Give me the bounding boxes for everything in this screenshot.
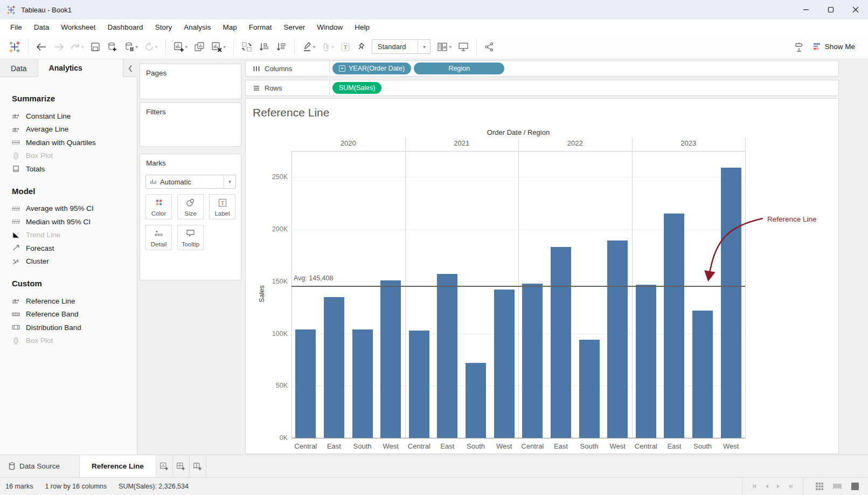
- year-header-2023[interactable]: 2023: [680, 139, 696, 147]
- close-button[interactable]: [843, 0, 868, 19]
- sheet-title[interactable]: Reference Line: [253, 106, 329, 119]
- menu-item-analysis[interactable]: Analysis: [178, 21, 217, 33]
- analytics-item-totals[interactable]: Totals: [12, 162, 137, 176]
- region-header-east[interactable]: East: [667, 442, 681, 450]
- bar-2023-west[interactable]: [721, 168, 741, 438]
- bar-2022-west[interactable]: [607, 240, 628, 438]
- bar-2021-east[interactable]: [437, 274, 457, 438]
- region-header-south[interactable]: South: [693, 442, 712, 450]
- minimize-button[interactable]: [794, 0, 818, 19]
- expand-icon[interactable]: [339, 65, 345, 72]
- rows-pill-sum-sales-[interactable]: SUM(Sales): [332, 82, 381, 94]
- bar-2020-central[interactable]: [295, 329, 316, 438]
- show-hide-cards-icon[interactable]: ▾: [434, 38, 455, 56]
- new-story-tab-button[interactable]: [190, 455, 206, 477]
- show-me-button[interactable]: Show Me: [813, 43, 855, 51]
- bar-2023-east[interactable]: [664, 214, 684, 438]
- new-worksheet-tab-button[interactable]: [156, 455, 173, 477]
- collapse-pane-icon[interactable]: ❮: [123, 59, 137, 77]
- region-header-west[interactable]: West: [496, 442, 512, 450]
- bar-2020-south[interactable]: [352, 329, 373, 438]
- menu-item-data[interactable]: Data: [28, 21, 55, 33]
- maximize-button[interactable]: [818, 0, 843, 19]
- label-button[interactable]: TLabel: [209, 194, 235, 219]
- clear-sheet-icon[interactable]: ▾: [208, 38, 229, 56]
- region-header-east[interactable]: East: [554, 442, 568, 450]
- menu-item-story[interactable]: Story: [149, 21, 178, 33]
- region-header-east[interactable]: East: [440, 442, 454, 450]
- new-dashboard-tab-button[interactable]: [173, 455, 190, 477]
- region-header-south[interactable]: South: [353, 442, 372, 450]
- bar-2020-west[interactable]: [380, 280, 401, 438]
- tab-data[interactable]: Data: [0, 59, 38, 77]
- year-header-2021[interactable]: 2021: [454, 139, 469, 147]
- region-header-central[interactable]: Central: [521, 442, 544, 450]
- menu-item-dashboard[interactable]: Dashboard: [102, 21, 149, 33]
- region-header-west[interactable]: West: [383, 442, 398, 450]
- bar-2021-south[interactable]: [466, 363, 486, 438]
- bar-2022-south[interactable]: [579, 340, 600, 438]
- tab-analytics[interactable]: Analytics: [38, 59, 123, 77]
- analytics-item-cluster[interactable]: Cluster: [12, 255, 137, 269]
- reference-line-annotation[interactable]: Reference Line: [767, 215, 817, 223]
- bar-2021-central[interactable]: [409, 331, 429, 438]
- bar-2022-central[interactable]: [522, 284, 543, 438]
- analytics-item-constant-line[interactable]: Constant Line: [12, 109, 137, 123]
- detail-button[interactable]: Detail: [145, 225, 172, 250]
- highlight-icon[interactable]: ▾: [299, 38, 319, 56]
- signpost-icon[interactable]: [790, 38, 808, 56]
- pause-updates-icon[interactable]: ▾: [121, 38, 142, 56]
- menu-item-file[interactable]: File: [4, 21, 28, 33]
- sort-descending-icon[interactable]: [273, 38, 290, 56]
- fit-selector[interactable]: Standard ▾: [372, 39, 431, 54]
- menu-item-map[interactable]: Map: [217, 21, 242, 33]
- y-axis-title[interactable]: Sales: [258, 285, 266, 302]
- single-view-icon[interactable]: [851, 482, 859, 491]
- tooltip-button[interactable]: Tooltip: [177, 225, 204, 250]
- region-header-west[interactable]: West: [723, 442, 739, 450]
- grid-view-icon[interactable]: [815, 482, 824, 491]
- share-icon[interactable]: [481, 38, 497, 56]
- analytics-item-average-line[interactable]: Average Line: [12, 123, 137, 136]
- year-header-2020[interactable]: 2020: [341, 139, 356, 147]
- analytics-item-median-with-95-ci[interactable]: Median with 95% CI: [12, 215, 137, 229]
- duplicate-sheet-icon[interactable]: [191, 38, 208, 56]
- bar-2021-west[interactable]: [494, 290, 515, 438]
- region-header-south[interactable]: South: [467, 442, 485, 450]
- swap-axes-icon[interactable]: [238, 38, 255, 56]
- new-data-source-icon[interactable]: [103, 38, 121, 56]
- tableau-home-icon[interactable]: [5, 38, 24, 56]
- filmstrip-view-icon[interactable]: [832, 483, 842, 490]
- bar-2023-central[interactable]: [636, 285, 656, 438]
- columns-pill-year-order-date-[interactable]: YEAR(Order Date): [332, 63, 411, 74]
- analytics-item-distribution-band[interactable]: Distribution Band: [12, 321, 137, 334]
- rows-shelf[interactable]: Rows SUM(Sales): [245, 80, 839, 96]
- analytics-item-reference-band[interactable]: Reference Band: [12, 308, 137, 321]
- sort-ascending-icon[interactable]: [255, 38, 273, 56]
- mark-type-dropdown[interactable]: Automatic ▾: [145, 175, 236, 189]
- color-button[interactable]: Color: [145, 194, 172, 219]
- bar-2022-east[interactable]: [551, 247, 571, 438]
- menu-item-window[interactable]: Window: [311, 21, 349, 33]
- region-header-west[interactable]: West: [609, 442, 625, 450]
- filters-card[interactable]: Filters: [140, 102, 241, 147]
- region-header-central[interactable]: Central: [294, 442, 317, 450]
- presentation-mode-icon[interactable]: [455, 38, 472, 56]
- analytics-item-forecast[interactable]: Forecast: [12, 242, 137, 255]
- reference-line[interactable]: [291, 286, 745, 287]
- analytics-item-average-with-95-ci[interactable]: Average with 95% CI: [12, 202, 137, 216]
- save-icon[interactable]: [87, 38, 103, 56]
- sheet-tab-reference-line[interactable]: Reference Line: [80, 455, 156, 477]
- analytics-item-reference-line[interactable]: Reference Line: [12, 294, 137, 308]
- fix-axes-icon[interactable]: [353, 38, 369, 56]
- back-icon[interactable]: [33, 38, 50, 56]
- region-header-central[interactable]: Central: [635, 442, 657, 450]
- fit-caret-icon[interactable]: ▾: [418, 44, 430, 50]
- column-field-header[interactable]: Order Date / Region: [291, 128, 745, 136]
- new-worksheet-icon[interactable]: ▾: [170, 38, 191, 56]
- bar-2020-east[interactable]: [324, 297, 344, 438]
- columns-shelf[interactable]: Columns YEAR(Order Date)Region: [245, 60, 839, 77]
- columns-pill-region[interactable]: Region: [414, 63, 504, 74]
- data-source-tab[interactable]: Data Source: [0, 455, 80, 477]
- menu-item-format[interactable]: Format: [243, 21, 278, 33]
